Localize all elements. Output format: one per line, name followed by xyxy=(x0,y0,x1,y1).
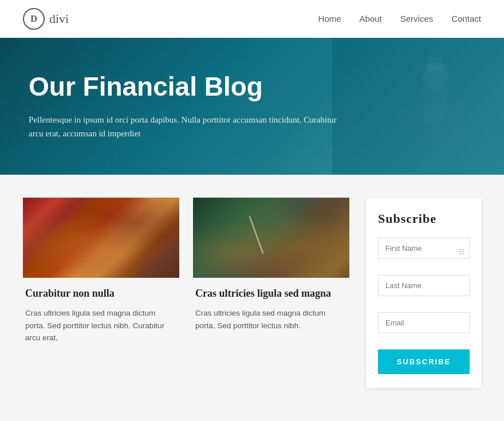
subscribe-title: Subscribe xyxy=(378,211,470,226)
nav-home[interactable]: Home xyxy=(318,14,341,23)
svg-rect-2 xyxy=(412,101,464,141)
hero-section: Our Financial Blog Pellentesque in ipsum… xyxy=(0,38,504,175)
last-name-input[interactable] xyxy=(378,275,470,296)
last-name-wrapper xyxy=(378,275,470,304)
blog-card-2: Cras ultricies ligula sed magna Cras ult… xyxy=(193,198,349,388)
hero-title: Our Financial Blog xyxy=(29,72,384,101)
subscribe-button[interactable]: SUBSCRIBE xyxy=(378,349,470,374)
logo-text: divi xyxy=(49,11,69,26)
nav-about[interactable]: About xyxy=(360,14,382,23)
hero-subtitle: Pellentesque in ipsum id orci porta dapi… xyxy=(29,113,349,140)
email-wrapper xyxy=(378,312,470,341)
blog-card-1-text: Cras ultricies ligula sed magna dictum p… xyxy=(25,307,177,344)
nav-links: Home About Services Contact xyxy=(318,14,481,24)
svg-point-3 xyxy=(425,63,446,72)
blog-card-2-title: Cras ultricies ligula sed magna xyxy=(195,287,347,300)
first-name-input[interactable] xyxy=(378,238,470,259)
nav-contact[interactable]: Contact xyxy=(451,14,481,23)
navigation: D divi Home About Services Contact xyxy=(0,0,504,38)
blog-card-2-text: Cras ultricies ligula sed magna dictum p… xyxy=(195,307,347,332)
main-content: Curabitur non nulla Cras ultricies ligul… xyxy=(0,175,504,421)
svg-point-0 xyxy=(423,65,448,91)
subscribe-box: Subscribe ☷ SUBSCRIBE xyxy=(367,198,481,388)
blog-card-2-image xyxy=(193,198,349,278)
svg-rect-1 xyxy=(424,89,447,124)
blog-card-2-body: Cras ultricies ligula sed magna Cras ult… xyxy=(193,278,349,332)
blog-posts: Curabitur non nulla Cras ultricies ligul… xyxy=(23,198,349,388)
logo-link[interactable]: D divi xyxy=(23,8,69,30)
email-input[interactable] xyxy=(378,312,470,333)
nav-services[interactable]: Services xyxy=(400,14,434,23)
blog-card-1-image xyxy=(23,198,179,278)
first-name-icon: ☷ xyxy=(459,248,465,257)
blog-card-1: Curabitur non nulla Cras ultricies ligul… xyxy=(23,198,179,388)
logo-icon: D xyxy=(23,8,45,30)
svg-rect-4 xyxy=(428,57,442,69)
blog-card-1-title: Curabitur non nulla xyxy=(25,287,177,300)
blog-card-1-body: Curabitur non nulla Cras ultricies ligul… xyxy=(23,278,179,344)
subscribe-sidebar: Subscribe ☷ SUBSCRIBE xyxy=(367,198,481,388)
first-name-wrapper: ☷ xyxy=(378,238,470,267)
